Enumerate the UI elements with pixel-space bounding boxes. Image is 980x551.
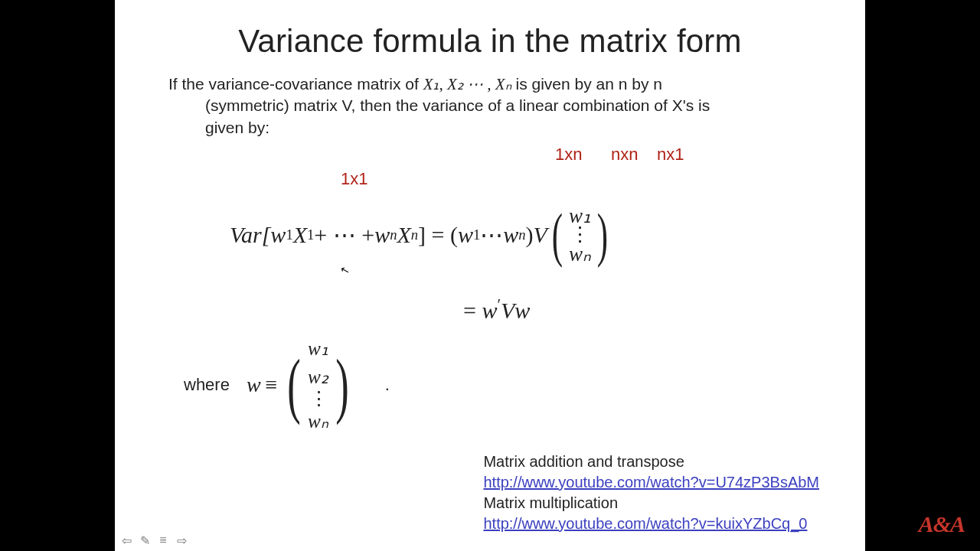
col-vector: ( w₁ ⋮ wₙ ) — [547, 204, 612, 266]
rowvec-dots: ⋯ — [480, 221, 503, 248]
next-slide-button[interactable]: ⇨ — [173, 533, 190, 548]
prev-slide-button[interactable]: ⇦ — [118, 533, 135, 548]
menu-button[interactable]: ≡ — [155, 533, 172, 548]
rowvec-wn-sub: n — [518, 227, 525, 243]
dim-label-1xn: 1xn — [555, 145, 582, 165]
dim-label-nxn: nxn — [611, 145, 638, 165]
V: V — [534, 222, 547, 248]
X1-sub: 1 — [307, 227, 314, 243]
var-open: Var[ — [230, 222, 270, 248]
link-url-2[interactable]: http://www.youtube.com/watch?v=kuixYZbCq… — [483, 514, 819, 534]
where-w2: w₂ — [308, 366, 328, 388]
w1-sub: 1 — [286, 227, 292, 243]
X1: X — [293, 222, 307, 248]
rowvec-close: ) — [526, 222, 534, 248]
link-label-2: Matrix multiplication — [483, 493, 819, 514]
eq2-w1: w — [482, 298, 497, 323]
compact-equation: = w′Vw — [463, 295, 530, 324]
intro-line3: given by: — [205, 117, 819, 139]
link-url-1[interactable]: http://www.youtube.com/watch?v=U74zP3BsA… — [483, 472, 819, 493]
col-vdots: ⋮ — [570, 230, 590, 240]
intro-line1-pre: If the variance-covariance matrix of — [168, 75, 423, 93]
eq-equals: = — [463, 298, 482, 323]
where-equiv: ≡ — [266, 373, 278, 397]
where-label: where — [184, 375, 230, 395]
w1: w — [270, 222, 286, 248]
pen-tool-button[interactable]: ✎ — [136, 533, 153, 548]
plus-dots: + ⋯ + — [314, 221, 374, 248]
watermark-logo: A&A — [919, 511, 965, 537]
main-equation: Var[ w1 X1 + ⋯ + wn Xn ] = ( w1 ⋯ wn ) V… — [230, 204, 612, 266]
where-block: where w ≡ ( w₁ w₂ ⋮ wₙ ) . — [184, 337, 390, 432]
where-period: . — [385, 375, 390, 395]
rowvec-wn: w — [503, 222, 518, 248]
dim-label-1x1: 1x1 — [341, 169, 368, 189]
wn: w — [374, 222, 390, 248]
link-label-1: Matrix addition and transpose — [483, 452, 819, 472]
rowvec-w1-sub: 1 — [473, 227, 480, 243]
where-w1: w₁ — [308, 337, 328, 360]
rowvec-w1: w — [458, 222, 473, 248]
nav-controls: ⇦ ✎ ≡ ⇨ — [118, 533, 190, 548]
intro-text: If the variance-covariance matrix of X₁,… — [168, 73, 819, 139]
where-vdots: ⋮ — [309, 394, 328, 404]
intro-math-x: X₁, X₂ ⋯ , Xₙ — [423, 75, 511, 93]
dim-label-nx1: nx1 — [657, 145, 684, 165]
close-eq: ] = ( — [418, 222, 458, 248]
w-definition: w ≡ ( w₁ w₂ ⋮ wₙ ) — [247, 337, 354, 432]
slide: Variance formula in the matrix form If t… — [115, 0, 865, 551]
where-wn: wₙ — [308, 410, 328, 432]
intro-line2: (symmetric) matrix V, then the variance … — [205, 95, 819, 116]
eq2-V: V — [501, 298, 514, 323]
reference-links: Matrix addition and transpose http://www… — [483, 452, 819, 534]
Xn: X — [397, 222, 410, 248]
where-vector: ( w₁ w₂ ⋮ wₙ ) — [282, 337, 354, 432]
col-wn: wₙ — [569, 242, 591, 266]
where-w: w — [247, 373, 261, 397]
eq2-w2: w — [514, 298, 530, 323]
slide-title: Variance formula in the matrix form — [161, 23, 819, 60]
Xn-sub: n — [411, 227, 418, 243]
intro-line1-post: is given by an n by n — [515, 75, 662, 93]
